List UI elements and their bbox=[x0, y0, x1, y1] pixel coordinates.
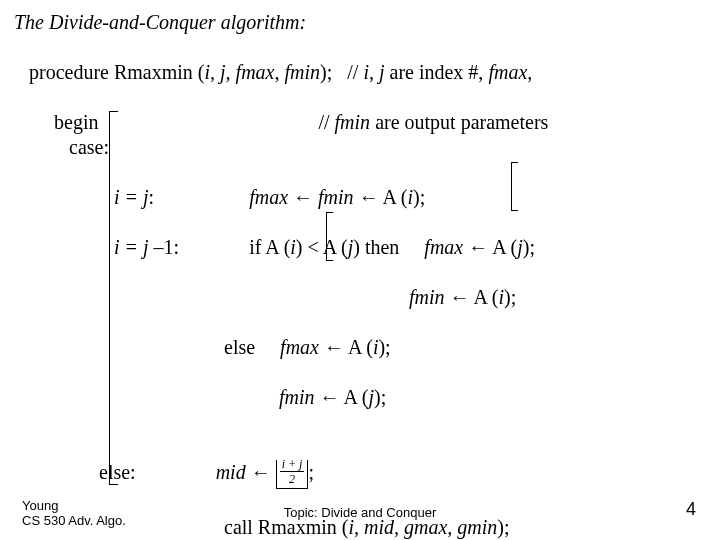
cmt1-it2: fmax, bbox=[488, 61, 532, 83]
mid-arr: ← bbox=[246, 461, 276, 483]
c1-arr2: ← A ( bbox=[354, 186, 408, 208]
c2b-arr: ← A ( bbox=[445, 286, 499, 308]
mid-var: mid bbox=[216, 461, 246, 483]
c2-lhs: i = j bbox=[114, 236, 154, 258]
frac-num: i + j bbox=[280, 458, 305, 472]
c1-lhs: i = j bbox=[114, 186, 149, 208]
c2b-end: ); bbox=[504, 286, 516, 308]
pad bbox=[14, 236, 114, 258]
cmt1-it1: i, j bbox=[363, 61, 384, 83]
c1-arrow1: ← bbox=[288, 186, 318, 208]
mid-semi: ; bbox=[308, 461, 314, 483]
pad bbox=[14, 186, 114, 208]
fraction: i + j2 bbox=[280, 458, 305, 485]
c2e2-end: ); bbox=[374, 386, 386, 408]
cmt1-mid: are index #, bbox=[385, 61, 489, 83]
c2-arr: ← A ( bbox=[463, 236, 517, 258]
c2-fmax: fmax bbox=[424, 236, 463, 258]
cmt1-pre: // bbox=[332, 61, 363, 83]
frac-den: 2 bbox=[280, 472, 305, 485]
then-bracket-icon bbox=[511, 162, 518, 211]
pad bbox=[14, 286, 409, 308]
pad: else bbox=[14, 336, 280, 358]
kw-begin: begin bbox=[14, 111, 98, 133]
c2-if: if A ( bbox=[249, 236, 290, 258]
proc-name: Rmaxmin ( bbox=[109, 61, 205, 83]
c2-end: ); bbox=[523, 236, 535, 258]
page-number: 4 bbox=[686, 499, 696, 520]
proc-close: ); bbox=[320, 61, 332, 83]
c2e2-fmin: fmin bbox=[279, 386, 315, 408]
pad bbox=[14, 386, 279, 408]
c2e2-arr: ← A ( bbox=[315, 386, 369, 408]
floor-icon: i + j2 bbox=[276, 460, 309, 489]
cmt2-pre: // bbox=[98, 111, 334, 133]
c2e-end: ); bbox=[378, 336, 390, 358]
case-bracket-icon bbox=[109, 111, 118, 485]
procedure-line: procedure Rmaxmin (i, j, fmax, fmin); //… bbox=[14, 35, 706, 85]
proc-args: i, j, fmax, fmin bbox=[205, 61, 321, 83]
kw-procedure: procedure bbox=[14, 61, 109, 83]
c1-fmin: fmin bbox=[318, 186, 354, 208]
else-bracket-icon bbox=[326, 212, 333, 261]
c1-colon: : bbox=[149, 186, 250, 208]
c2-mid: ) < A ( bbox=[296, 236, 348, 258]
algorithm-body: The Divide-and-Conquer algorithm: proced… bbox=[14, 10, 706, 540]
cmt2-end: are output parameters bbox=[370, 111, 548, 133]
c2-then: ) then bbox=[353, 236, 424, 258]
title: The Divide-and-Conquer algorithm: bbox=[14, 10, 706, 35]
c2e-fmax: fmax bbox=[280, 336, 319, 358]
slide: The Divide-and-Conquer algorithm: proced… bbox=[0, 0, 720, 540]
c2b-fmin: fmin bbox=[409, 286, 445, 308]
c2e-arr: ← A ( bbox=[319, 336, 373, 358]
footer-topic: Topic: Divide and Conquer bbox=[0, 505, 720, 520]
c2-one: 1: bbox=[164, 236, 250, 258]
c2-minus: – bbox=[154, 236, 164, 258]
c1-end: ); bbox=[413, 186, 425, 208]
cmt2-it: fmin bbox=[335, 111, 371, 133]
c1-fmax: fmax bbox=[249, 186, 288, 208]
